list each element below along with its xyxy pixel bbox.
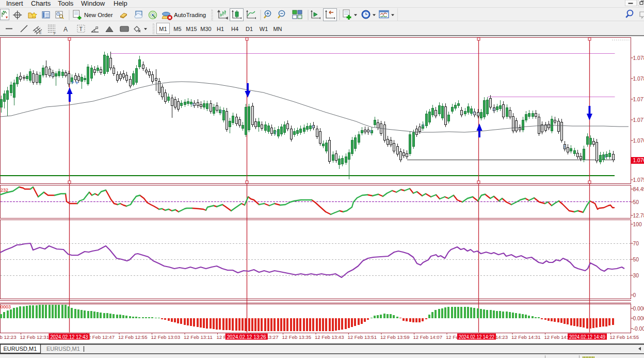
svg-text:0003: 0003: [1, 304, 11, 309]
svg-text:12 Feb 13:35: 12 Feb 13:35: [282, 334, 312, 340]
svg-text:T: T: [79, 26, 83, 32]
svg-text:12.78: 12.78: [633, 213, 644, 219]
svg-text:100: 100: [633, 222, 642, 227]
svg-text:M1: M1: [159, 26, 167, 32]
svg-text:M15: M15: [186, 26, 197, 32]
svg-text:30: 30: [633, 273, 639, 278]
svg-text:Help: Help: [114, 0, 127, 7]
svg-text:New Order: New Order: [84, 12, 113, 18]
svg-text:EURUSD,M1: EURUSD,M1: [46, 346, 80, 352]
svg-text:12 Feb 14:55: 12 Feb 14:55: [610, 334, 639, 340]
svg-text:0.0000: 0.0000: [633, 316, 644, 321]
svg-text:12 Feb 12:31: 12 Feb 12:31: [20, 334, 50, 340]
svg-text:D1: D1: [246, 26, 253, 32]
svg-text:Tools: Tools: [58, 0, 74, 7]
svg-text:2024.02.12 14:49: 2024.02.12 14:49: [569, 334, 605, 340]
svg-text:MN: MN: [273, 26, 282, 32]
svg-text:Window: Window: [81, 0, 105, 7]
svg-text:AutoTrading: AutoTrading: [174, 12, 206, 18]
svg-text:12 Feb 12:55: 12 Feb 12:55: [118, 334, 148, 340]
svg-text:2024.02.12 12:43: 2024.02.12 12:43: [50, 334, 88, 340]
svg-text:Charts: Charts: [31, 0, 51, 7]
svg-text:12 Feb 12:23: 12 Feb 12:23: [0, 334, 17, 340]
svg-text:2024.02.12 14:22: 2024.02.12 14:22: [459, 334, 494, 340]
svg-text:50: 50: [633, 199, 639, 205]
svg-text:F: F: [54, 32, 56, 35]
svg-text:12 Feb 14:07: 12 Feb 14:07: [413, 334, 443, 340]
svg-text:12 Feb 12:47: 12 Feb 12:47: [86, 334, 115, 340]
svg-text:W1: W1: [260, 26, 268, 32]
svg-text:1.0785: 1.0785: [633, 55, 644, 61]
svg-text:1.0760: 1.0760: [633, 158, 644, 163]
svg-text:84.49: 84.49: [633, 186, 644, 192]
svg-text:12 Feb 14:31: 12 Feb 14:31: [511, 334, 541, 340]
svg-text:50: 50: [633, 257, 639, 262]
svg-text:1.0780: 1.0780: [633, 76, 644, 82]
svg-text:M5: M5: [173, 26, 181, 32]
svg-text:1.0775: 1.0775: [633, 97, 644, 102]
svg-text:Insert: Insert: [6, 0, 23, 7]
svg-text:EURUSD,M1: EURUSD,M1: [4, 346, 37, 352]
svg-text:232: 232: [1, 188, 8, 193]
svg-text:12 Feb 13:03: 12 Feb 13:03: [151, 334, 181, 340]
svg-text:12 Feb 13:11: 12 Feb 13:11: [184, 334, 213, 340]
svg-text:-0.0003: -0.0003: [633, 326, 644, 332]
svg-text:1.0755: 1.0755: [633, 177, 644, 183]
svg-text:12 Feb 13:59: 12 Feb 13:59: [380, 334, 410, 340]
svg-text:12 Feb 13:51: 12 Feb 13:51: [348, 334, 377, 340]
svg-text:12 Feb 13:43: 12 Feb 13:43: [315, 334, 344, 340]
svg-text:H1: H1: [217, 26, 224, 32]
svg-text:E: E: [39, 31, 42, 35]
svg-text:H4: H4: [231, 26, 238, 32]
svg-text:0.0003: 0.0003: [633, 306, 644, 312]
svg-text:M30: M30: [200, 26, 211, 32]
svg-text:A: A: [63, 26, 68, 33]
svg-text:1.0765: 1.0765: [633, 138, 644, 144]
svg-text:0: 0: [633, 292, 636, 298]
svg-text:70: 70: [633, 241, 639, 246]
svg-text:2024.02.12 13:26: 2024.02.12 13:26: [227, 334, 266, 340]
svg-text:1.0770: 1.0770: [633, 117, 644, 123]
